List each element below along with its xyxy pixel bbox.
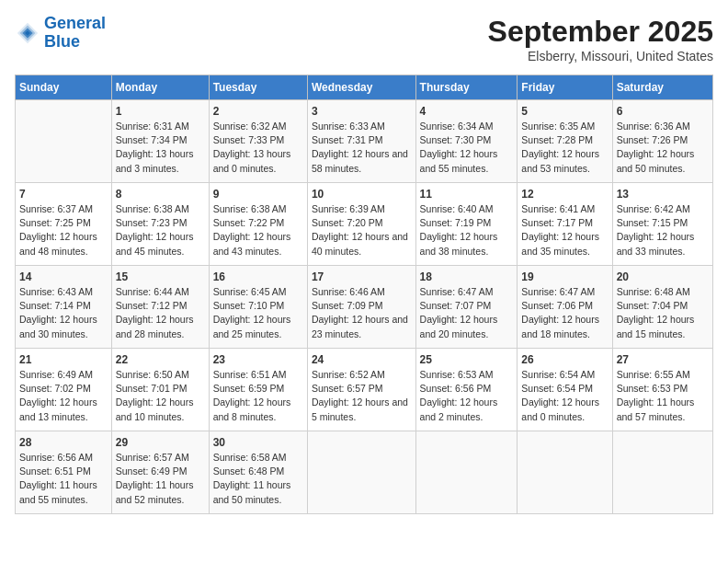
day-info: Sunrise: 6:42 AMSunset: 7:15 PMDaylight:… — [617, 202, 709, 259]
header-thursday: Thursday — [415, 75, 518, 100]
day-number: 14 — [19, 270, 108, 283]
day-info: Sunrise: 6:31 AMSunset: 7:34 PMDaylight:… — [116, 120, 205, 176]
calendar-cell: 3 Sunrise: 6:33 AMSunset: 7:31 PMDayligh… — [307, 100, 415, 183]
calendar-cell: 19 Sunrise: 6:47 AMSunset: 7:06 PMDaylig… — [518, 266, 612, 349]
day-info: Sunrise: 6:33 AMSunset: 7:31 PMDaylight:… — [312, 120, 412, 176]
calendar-cell: 30 Sunrise: 6:58 AMSunset: 6:48 PMDaylig… — [209, 431, 307, 514]
header-wednesday: Wednesday — [307, 75, 415, 100]
day-info: Sunrise: 6:56 AMSunset: 6:51 PMDaylight:… — [19, 451, 108, 507]
calendar-cell — [16, 100, 112, 183]
header-monday: Monday — [111, 75, 209, 100]
day-number: 8 — [116, 188, 205, 201]
title-block: September 2025 Elsberry, Missouri, Unite… — [488, 15, 713, 63]
calendar-week-2: 7 Sunrise: 6:37 AMSunset: 7:25 PMDayligh… — [16, 183, 713, 266]
calendar-cell: 14 Sunrise: 6:43 AMSunset: 7:14 PMDaylig… — [16, 266, 112, 349]
header-row: Sunday Monday Tuesday Wednesday Thursday… — [16, 75, 713, 100]
calendar-cell: 20 Sunrise: 6:48 AMSunset: 7:04 PMDaylig… — [612, 266, 712, 349]
day-number: 7 — [19, 188, 108, 201]
day-number: 20 — [617, 270, 709, 283]
day-info: Sunrise: 6:57 AMSunset: 6:49 PMDaylight:… — [116, 451, 205, 507]
header-friday: Friday — [518, 75, 612, 100]
calendar-cell: 2 Sunrise: 6:32 AMSunset: 7:33 PMDayligh… — [209, 100, 307, 183]
calendar-cell: 7 Sunrise: 6:37 AMSunset: 7:25 PMDayligh… — [16, 183, 112, 266]
day-info: Sunrise: 6:50 AMSunset: 7:01 PMDaylight:… — [116, 368, 205, 424]
day-number: 18 — [420, 270, 514, 283]
calendar-cell: 4 Sunrise: 6:34 AMSunset: 7:30 PMDayligh… — [415, 100, 518, 183]
day-number: 12 — [521, 188, 608, 201]
header-sunday: Sunday — [16, 75, 112, 100]
day-number: 16 — [213, 270, 303, 283]
day-number: 30 — [213, 436, 303, 449]
calendar-cell — [415, 431, 518, 514]
day-number: 4 — [420, 105, 514, 118]
calendar-cell: 5 Sunrise: 6:35 AMSunset: 7:28 PMDayligh… — [518, 100, 612, 183]
page-header: General Blue September 2025 Elsberry, Mi… — [15, 15, 713, 63]
calendar-week-3: 14 Sunrise: 6:43 AMSunset: 7:14 PMDaylig… — [16, 266, 713, 349]
day-info: Sunrise: 6:37 AMSunset: 7:25 PMDaylight:… — [19, 202, 108, 259]
day-info: Sunrise: 6:47 AMSunset: 7:07 PMDaylight:… — [420, 285, 514, 341]
calendar-week-4: 21 Sunrise: 6:49 AMSunset: 7:02 PMDaylig… — [16, 349, 713, 431]
logo: General Blue — [15, 15, 106, 52]
calendar-cell: 11 Sunrise: 6:40 AMSunset: 7:19 PMDaylig… — [415, 183, 518, 266]
header-tuesday: Tuesday — [209, 75, 307, 100]
calendar-cell — [518, 431, 612, 514]
day-info: Sunrise: 6:34 AMSunset: 7:30 PMDaylight:… — [420, 120, 514, 176]
day-info: Sunrise: 6:58 AMSunset: 6:48 PMDaylight:… — [213, 451, 303, 507]
calendar-cell: 26 Sunrise: 6:54 AMSunset: 6:54 PMDaylig… — [518, 349, 612, 431]
day-info: Sunrise: 6:41 AMSunset: 7:17 PMDaylight:… — [521, 202, 608, 259]
calendar-table: Sunday Monday Tuesday Wednesday Thursday… — [15, 75, 713, 514]
day-info: Sunrise: 6:49 AMSunset: 7:02 PMDaylight:… — [19, 368, 108, 424]
logo-icon — [15, 20, 40, 46]
calendar-subtitle: Elsberry, Missouri, United States — [488, 49, 713, 63]
day-number: 28 — [19, 436, 108, 449]
day-info: Sunrise: 6:54 AMSunset: 6:54 PMDaylight:… — [521, 368, 608, 424]
day-info: Sunrise: 6:55 AMSunset: 6:53 PMDaylight:… — [617, 368, 709, 424]
day-number: 15 — [116, 270, 205, 283]
day-number: 26 — [521, 353, 608, 366]
header-saturday: Saturday — [612, 75, 712, 100]
day-info: Sunrise: 6:46 AMSunset: 7:09 PMDaylight:… — [312, 285, 412, 341]
day-number: 5 — [521, 105, 608, 118]
calendar-cell: 21 Sunrise: 6:49 AMSunset: 7:02 PMDaylig… — [16, 349, 112, 431]
day-number: 3 — [312, 105, 412, 118]
calendar-cell: 16 Sunrise: 6:45 AMSunset: 7:10 PMDaylig… — [209, 266, 307, 349]
calendar-week-1: 1 Sunrise: 6:31 AMSunset: 7:34 PMDayligh… — [16, 100, 713, 183]
day-info: Sunrise: 6:48 AMSunset: 7:04 PMDaylight:… — [617, 285, 709, 341]
day-number: 21 — [19, 353, 108, 366]
day-info: Sunrise: 6:39 AMSunset: 7:20 PMDaylight:… — [312, 202, 412, 259]
day-number: 9 — [213, 188, 303, 201]
calendar-cell: 12 Sunrise: 6:41 AMSunset: 7:17 PMDaylig… — [518, 183, 612, 266]
day-info: Sunrise: 6:36 AMSunset: 7:26 PMDaylight:… — [617, 120, 709, 176]
calendar-cell: 17 Sunrise: 6:46 AMSunset: 7:09 PMDaylig… — [307, 266, 415, 349]
calendar-cell: 15 Sunrise: 6:44 AMSunset: 7:12 PMDaylig… — [111, 266, 209, 349]
day-info: Sunrise: 6:35 AMSunset: 7:28 PMDaylight:… — [521, 120, 608, 176]
day-info: Sunrise: 6:44 AMSunset: 7:12 PMDaylight:… — [116, 285, 205, 341]
day-info: Sunrise: 6:51 AMSunset: 6:59 PMDaylight:… — [213, 368, 303, 424]
day-info: Sunrise: 6:40 AMSunset: 7:19 PMDaylight:… — [420, 202, 514, 259]
day-number: 29 — [116, 436, 205, 449]
calendar-cell — [612, 431, 712, 514]
day-number: 11 — [420, 188, 514, 201]
calendar-title: September 2025 — [488, 15, 713, 49]
day-info: Sunrise: 6:45 AMSunset: 7:10 PMDaylight:… — [213, 285, 303, 341]
calendar-cell: 27 Sunrise: 6:55 AMSunset: 6:53 PMDaylig… — [612, 349, 712, 431]
day-number: 2 — [213, 105, 303, 118]
day-info: Sunrise: 6:52 AMSunset: 6:57 PMDaylight:… — [312, 368, 412, 424]
calendar-cell: 1 Sunrise: 6:31 AMSunset: 7:34 PMDayligh… — [111, 100, 209, 183]
calendar-cell: 28 Sunrise: 6:56 AMSunset: 6:51 PMDaylig… — [16, 431, 112, 514]
day-info: Sunrise: 6:38 AMSunset: 7:23 PMDaylight:… — [116, 202, 205, 259]
day-info: Sunrise: 6:53 AMSunset: 6:56 PMDaylight:… — [420, 368, 514, 424]
calendar-body: 1 Sunrise: 6:31 AMSunset: 7:34 PMDayligh… — [16, 100, 713, 514]
day-number: 1 — [116, 105, 205, 118]
day-info: Sunrise: 6:47 AMSunset: 7:06 PMDaylight:… — [521, 285, 608, 341]
day-number: 24 — [312, 353, 412, 366]
day-number: 27 — [617, 353, 709, 366]
day-number: 19 — [521, 270, 608, 283]
day-number: 6 — [617, 105, 709, 118]
calendar-cell: 18 Sunrise: 6:47 AMSunset: 7:07 PMDaylig… — [415, 266, 518, 349]
day-number: 23 — [213, 353, 303, 366]
calendar-cell: 29 Sunrise: 6:57 AMSunset: 6:49 PMDaylig… — [111, 431, 209, 514]
calendar-header: Sunday Monday Tuesday Wednesday Thursday… — [16, 75, 713, 100]
day-number: 10 — [312, 188, 412, 201]
calendar-cell: 8 Sunrise: 6:38 AMSunset: 7:23 PMDayligh… — [111, 183, 209, 266]
